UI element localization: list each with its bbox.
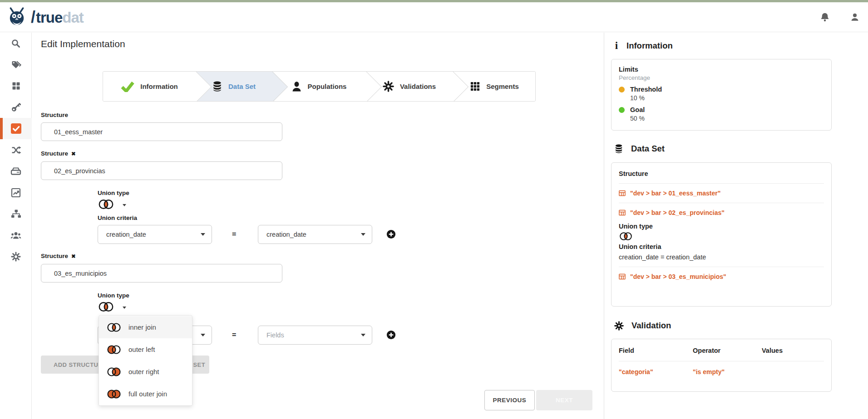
validation-data-row: "categoria" "is empty" (619, 368, 824, 375)
sitemap-icon (11, 209, 21, 219)
union-type-venn-inner-join-icon[interactable] (98, 198, 114, 210)
page-title: Edit Implementation (41, 39, 125, 49)
goal-item: Goal 50 % (619, 106, 824, 122)
sidebar-item-lineage[interactable] (0, 139, 32, 161)
grid-icon (470, 81, 480, 92)
summary-panel: i Information Limits Percentage Threshol… (604, 33, 868, 419)
union-type-label: Union type (98, 292, 129, 299)
chart-line-icon (11, 188, 21, 198)
structure-input-3[interactable]: 03_es_municipios (41, 264, 282, 283)
owl-logo-icon (7, 7, 26, 27)
goal-dot-icon (619, 107, 625, 113)
app-header: /truedat (0, 2, 868, 32)
brand-wordmark: /truedat (28, 9, 84, 25)
wizard-stepper: Information Data Set Populations Validat… (103, 71, 536, 102)
limits-label: Limits (619, 66, 824, 73)
structure-summary-label: Structure (619, 170, 824, 177)
equals-sign: = (232, 230, 236, 239)
chevron-down-icon (201, 233, 205, 236)
union-type-label: Union type (98, 190, 129, 196)
data-set-section-header: Data Set (614, 144, 665, 154)
table-icon (619, 273, 626, 280)
threshold-item: Threshold 10 % (619, 86, 824, 102)
sidebar-item-quality-rules[interactable] (0, 118, 32, 139)
structure-link[interactable]: "dev > bar > 02_es_provincias" (619, 209, 824, 216)
key-icon (11, 102, 21, 112)
validation-field: "categoria" (619, 368, 693, 375)
search-icon (11, 39, 21, 49)
remove-structure-icon[interactable]: ✖ (71, 253, 76, 259)
structure-label: Structure (41, 112, 68, 118)
dropdown-option-full-outer-join[interactable]: full outer join (99, 383, 192, 405)
sidebar-item-tags[interactable] (0, 54, 32, 75)
validation-card: Field Operator Values "categoria" "is em… (611, 339, 832, 392)
structure-label: Structure✖ (41, 253, 76, 259)
sidebar-item-search[interactable] (0, 33, 32, 54)
union-criteria-text: creation_date = creation_date (619, 253, 824, 261)
chevron-down-icon (201, 334, 205, 336)
validation-header-row: Field Operator Values (619, 347, 824, 354)
user-account-icon[interactable] (850, 12, 860, 22)
tags-icon (11, 60, 21, 70)
structure-input-2[interactable]: 02_es_provincias (41, 161, 282, 180)
sidebar-item-dashboards[interactable] (0, 182, 32, 203)
check-icon (121, 81, 134, 92)
database-icon (212, 81, 222, 92)
threshold-dot-icon (619, 87, 625, 93)
union-criteria-right-select[interactable]: creation_date (258, 225, 372, 244)
next-button[interactable]: NEXT (536, 390, 592, 410)
union-type-caret-icon[interactable] (123, 307, 126, 309)
data-set-card: Structure "dev > bar > 01_eess_master" "… (611, 162, 832, 307)
gear-icon (383, 81, 394, 92)
dropdown-option-outer-right[interactable]: outer right (99, 361, 192, 383)
add-criteria-plus-icon[interactable] (386, 330, 396, 340)
dashboard-grid-icon (11, 81, 21, 91)
structure-link[interactable]: "dev > bar > 03_es_municipios" (619, 273, 824, 280)
goal-value: 50 % (630, 115, 824, 122)
union-criteria-right-select-2[interactable]: Fields (258, 326, 372, 345)
union-type-summary-label: Union type (619, 223, 824, 230)
union-type-dropdown: inner join outer left outer right full o… (99, 315, 192, 406)
server-drive-icon (10, 166, 21, 176)
sidebar-item-settings[interactable] (0, 246, 32, 267)
equals-sign: = (232, 331, 236, 339)
table-icon (619, 190, 626, 196)
left-icon-sidebar (0, 33, 32, 419)
info-icon: i (614, 40, 619, 52)
person-icon (291, 81, 302, 92)
union-criteria-summary-label: Union criteria (619, 243, 824, 250)
venn-outer-left-icon (106, 345, 122, 355)
dropdown-option-inner-join[interactable]: inner join (99, 316, 192, 338)
add-criteria-plus-icon[interactable] (386, 229, 396, 239)
tab-information[interactable]: Information (103, 72, 196, 101)
remove-structure-icon[interactable]: ✖ (71, 151, 76, 157)
sidebar-item-hierarchy[interactable] (0, 203, 32, 224)
union-criteria-label: Union criteria (98, 214, 137, 221)
sidebar-item-dashboard[interactable] (0, 75, 32, 97)
sidebar-item-user-groups[interactable] (0, 224, 32, 246)
venn-inner-join-icon (619, 231, 633, 241)
truedat-logo[interactable]: /truedat (7, 7, 84, 27)
structure-link[interactable]: "dev > bar > 01_eess_master" (619, 190, 824, 197)
chevron-down-icon (361, 334, 365, 336)
sidebar-item-sources[interactable] (0, 161, 32, 182)
chevron-down-icon (361, 233, 365, 236)
gear-icon (614, 321, 624, 331)
gear-icon (11, 252, 21, 262)
notifications-bell-icon[interactable] (820, 12, 830, 22)
main-content: Edit Implementation Information Data Set… (32, 33, 604, 419)
database-icon (614, 144, 623, 154)
union-type-venn-inner-join-icon[interactable] (98, 301, 114, 313)
union-type-caret-icon[interactable] (123, 204, 126, 206)
limits-type: Percentage (619, 74, 824, 81)
shuffle-icon (11, 145, 21, 155)
threshold-value: 10 % (630, 94, 824, 102)
sidebar-item-key[interactable] (0, 97, 32, 118)
structure-input-1[interactable]: 01_eess_master (41, 122, 282, 141)
venn-inner-join-icon (106, 322, 122, 332)
validation-operator: "is empty" (693, 368, 762, 375)
dropdown-option-outer-left[interactable]: outer left (99, 338, 192, 361)
previous-button[interactable]: PREVIOUS (484, 390, 535, 410)
table-icon (619, 210, 626, 216)
union-criteria-left-select[interactable]: creation_date (98, 225, 212, 244)
